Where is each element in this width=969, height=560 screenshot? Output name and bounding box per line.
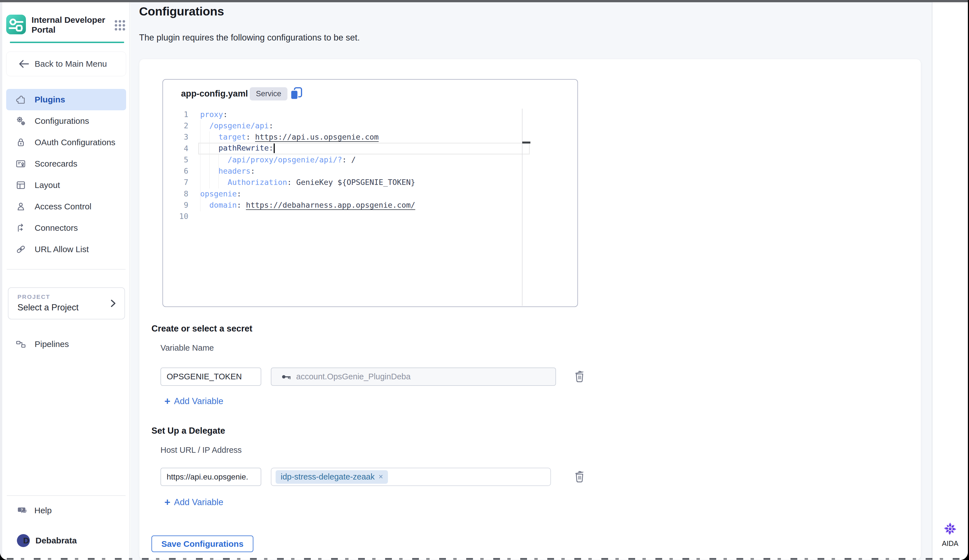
sidebar-item-label: OAuth Configurations [35, 138, 115, 147]
code-line-with-cursor: 4 pathRewrite: [163, 143, 529, 154]
code-line: 3 target: https://api.us.opsgenie.com [163, 131, 529, 143]
code-line: 7 Authorization: GenieKey ${OPSGENIE_TOK… [163, 177, 529, 188]
code-link: https://api.us.opsgenie.com [255, 133, 379, 141]
sidebar-item-label: Pipelines [35, 339, 69, 349]
plus-icon: + [165, 498, 170, 507]
sidebar-divider-bottom [7, 495, 126, 496]
chevron-right-icon [110, 298, 117, 309]
editor-filename: app-config.yaml [181, 89, 248, 99]
lock-icon [15, 137, 26, 148]
help-icon: ? [17, 505, 28, 516]
delete-secret-row-icon[interactable] [573, 369, 587, 384]
code-line: 2 /opsgenie/api: [163, 120, 529, 131]
key-icon [281, 374, 291, 380]
sidebar-nav: Plugins Configurations [6, 89, 126, 260]
text-cursor [274, 143, 275, 153]
sidebar-item-pipelines[interactable]: Pipelines [6, 334, 126, 355]
project-eyebrow: PROJECT [17, 294, 125, 300]
project-value: Select a Project [17, 302, 125, 312]
idp-logo [6, 15, 26, 34]
project-selector[interactable]: PROJECT Select a Project [8, 287, 125, 319]
secret-reference-value: account.OpsGenie_PluginDeba [296, 372, 410, 381]
aida-widget[interactable]: AIDA [932, 522, 968, 548]
plus-icon: + [165, 397, 170, 405]
sidebar-item-label: Access Control [35, 202, 92, 211]
sidebar-item-help[interactable]: ? Help [6, 500, 126, 521]
window-top-edge [0, 0, 968, 2]
sidebar-item-plugins[interactable]: Plugins [6, 89, 126, 110]
code-line: 9 domain: https://debaharness.app.opsgen… [163, 199, 529, 211]
avatar: D [17, 534, 30, 547]
sidebar-item-access-control[interactable]: Access Control [6, 196, 126, 217]
app-grid-icon[interactable] [114, 19, 126, 35]
code-area[interactable]: 1proxy: 2 /opsgenie/api: 3 target: https… [163, 109, 529, 222]
add-variable-button-secret[interactable]: + Add Variable [165, 396, 223, 406]
back-to-main-menu[interactable]: Back to Main Menu [6, 52, 126, 76]
editor-scope-badge: Service [250, 87, 288, 100]
connectors-icon [15, 223, 26, 233]
app-window: Internal Developer Portal Back to Main M… [0, 0, 968, 560]
secret-section-heading: Create or select a secret [152, 324, 252, 334]
aida-label: AIDA [942, 540, 958, 548]
idp-logo-icon [6, 15, 26, 34]
host-url-label: Host URL / IP Address [160, 445, 242, 455]
pipelines-icon [15, 339, 26, 349]
aida-drawer: AIDA [932, 2, 968, 560]
page-title: Configurations [139, 5, 224, 18]
delegate-tag-select[interactable]: idp-stress-delegate-zeaak × [271, 468, 551, 486]
sidebar-item-label: Plugins [35, 95, 65, 105]
variable-name-label: Variable Name [160, 343, 214, 352]
sidebar-item-configurations[interactable]: Configurations [6, 110, 126, 132]
sidebar-divider [7, 269, 126, 269]
layout-icon [15, 180, 26, 191]
sidebar-item-label: Scorecards [35, 159, 77, 169]
code-line: 5 /api/proxy/opsgenie/api/?: / [163, 154, 529, 165]
arrow-left-icon [18, 59, 30, 69]
variable-name-input[interactable] [160, 367, 261, 386]
delete-delegate-row-icon[interactable] [573, 469, 587, 484]
page-subtitle: The plugin requires the following config… [139, 33, 360, 43]
copy-icon[interactable] [290, 87, 303, 101]
yaml-editor[interactable]: app-config.yaml Service 1proxy: 2 /opsge… [162, 79, 578, 307]
gears-icon [15, 116, 26, 126]
sidebar: Internal Developer Portal Back to Main M… [2, 2, 130, 560]
sidebar-item-connectors[interactable]: Connectors [6, 217, 126, 239]
code-line: 1proxy: [163, 109, 529, 120]
sidebar-item-label: Connectors [35, 223, 78, 233]
sidebar-item-scorecards[interactable]: Scorecards [6, 153, 126, 174]
sidebar-item-label: Layout [35, 180, 60, 190]
sidebar-item-label: Help [34, 506, 52, 515]
sidebar-item-oauth-configurations[interactable]: OAuth Configurations [6, 132, 126, 153]
add-variable-button-delegate[interactable]: + Add Variable [165, 497, 223, 507]
sidebar-item-layout[interactable]: Layout [6, 174, 126, 196]
user-menu[interactable]: D Debabrata [6, 529, 126, 552]
clipped-content-edge [7, 558, 959, 560]
code-line: 8opsgenie: [163, 188, 529, 199]
code-link: https://debaharness.app.opsgenie.com/ [246, 201, 415, 209]
brand-header: Internal Developer Portal [6, 15, 126, 35]
delegate-section-heading: Set Up a Delegate [152, 426, 225, 436]
user-name: Debabrata [35, 536, 77, 545]
brand-divider [10, 42, 124, 43]
host-url-input[interactable] [160, 468, 261, 486]
delegate-tag-chip: idp-stress-delegate-zeaak × [276, 470, 388, 484]
sidebar-item-label: Configurations [35, 116, 89, 126]
secret-reference-select[interactable]: account.OpsGenie_PluginDeba [271, 367, 556, 386]
save-configurations-button[interactable]: Save Configurations [152, 535, 253, 552]
puzzle-icon [15, 94, 26, 105]
scorecard-icon [15, 158, 26, 169]
back-label: Back to Main Menu [35, 59, 107, 69]
code-line: 6 headers: [163, 165, 529, 176]
link-icon [15, 244, 26, 255]
person-icon [15, 201, 26, 212]
svg-text:?: ? [20, 508, 23, 512]
sidebar-item-label: URL Allow List [35, 244, 89, 254]
sidebar-item-url-allow-list[interactable]: URL Allow List [6, 239, 126, 260]
window-left-edge [0, 2, 2, 560]
remove-tag-icon[interactable]: × [379, 472, 383, 481]
brand-title: Internal Developer Portal [32, 15, 105, 35]
aida-icon [943, 522, 957, 536]
code-line: 10 [163, 211, 529, 222]
